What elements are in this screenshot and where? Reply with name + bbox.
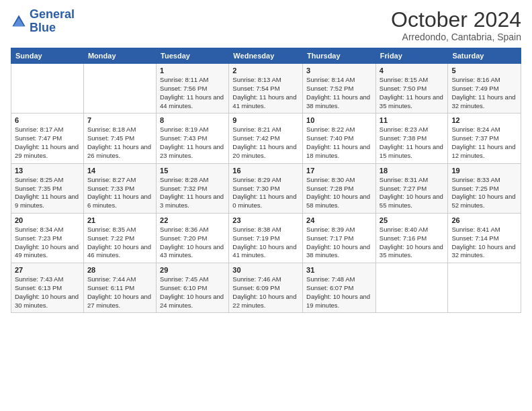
calendar-cell: 17Sunrise: 8:30 AMSunset: 7:28 PMDayligh… bbox=[303, 163, 376, 213]
col-header-tuesday: Tuesday bbox=[157, 48, 229, 64]
header-row: SundayMondayTuesdayWednesdayThursdayFrid… bbox=[11, 48, 521, 64]
calendar-cell: 29Sunrise: 7:45 AMSunset: 6:10 PMDayligh… bbox=[157, 263, 229, 313]
day-number: 28 bbox=[87, 266, 152, 274]
sunset-text: Sunset: 6:10 PM bbox=[160, 284, 207, 291]
sunrise-text: Sunrise: 8:27 AM bbox=[87, 176, 136, 183]
daylight-text: Daylight: 11 hours and 38 minutes. bbox=[306, 93, 370, 109]
day-info: Sunrise: 8:13 AMSunset: 7:54 PMDaylight:… bbox=[232, 76, 299, 110]
day-number: 16 bbox=[232, 167, 299, 175]
sunrise-text: Sunrise: 7:46 AM bbox=[232, 275, 281, 283]
sunset-text: Sunset: 7:35 PM bbox=[15, 185, 62, 192]
calendar-cell: 12Sunrise: 8:24 AMSunset: 7:37 PMDayligh… bbox=[448, 113, 521, 163]
day-info: Sunrise: 8:25 AMSunset: 7:35 PMDaylight:… bbox=[15, 176, 80, 210]
day-number: 1 bbox=[160, 66, 225, 75]
sunset-text: Sunset: 7:52 PM bbox=[306, 85, 353, 92]
calendar-cell: 25Sunrise: 8:40 AMSunset: 7:16 PMDayligh… bbox=[375, 213, 448, 263]
sunrise-text: Sunrise: 8:22 AM bbox=[306, 126, 355, 133]
day-info: Sunrise: 8:19 AMSunset: 7:43 PMDaylight:… bbox=[160, 126, 225, 160]
sunset-text: Sunset: 7:19 PM bbox=[232, 234, 279, 242]
sunset-text: Sunset: 7:42 PM bbox=[232, 134, 279, 142]
sunset-text: Sunset: 7:49 PM bbox=[451, 85, 498, 92]
daylight-text: Daylight: 11 hours and 0 minutes. bbox=[232, 193, 296, 209]
sunrise-text: Sunrise: 8:18 AM bbox=[87, 126, 136, 133]
sunrise-text: Sunrise: 8:29 AM bbox=[232, 176, 281, 183]
day-number: 20 bbox=[15, 216, 80, 224]
day-info: Sunrise: 8:11 AMSunset: 7:56 PMDaylight:… bbox=[160, 76, 225, 110]
calendar-cell: 31Sunrise: 7:48 AMSunset: 6:07 PMDayligh… bbox=[303, 263, 376, 313]
month-title: October 2024 bbox=[391, 8, 521, 32]
sunrise-text: Sunrise: 8:16 AM bbox=[451, 76, 500, 83]
daylight-text: Daylight: 10 hours and 32 minutes. bbox=[451, 243, 515, 259]
day-number: 14 bbox=[87, 167, 152, 175]
daylight-text: Daylight: 10 hours and 19 minutes. bbox=[306, 293, 370, 309]
day-number: 11 bbox=[380, 116, 445, 124]
sunset-text: Sunset: 7:20 PM bbox=[160, 234, 207, 242]
calendar-cell: 22Sunrise: 8:36 AMSunset: 7:20 PMDayligh… bbox=[157, 213, 229, 263]
sunset-text: Sunset: 7:54 PM bbox=[232, 85, 279, 92]
daylight-text: Daylight: 11 hours and 44 minutes. bbox=[160, 93, 224, 109]
calendar-cell: 2Sunrise: 8:13 AMSunset: 7:54 PMDaylight… bbox=[229, 64, 303, 113]
sunset-text: Sunset: 7:32 PM bbox=[160, 185, 207, 192]
daylight-text: Daylight: 11 hours and 26 minutes. bbox=[87, 143, 151, 159]
daylight-text: Daylight: 10 hours and 35 minutes. bbox=[380, 243, 443, 259]
day-number: 23 bbox=[232, 216, 299, 224]
sunset-text: Sunset: 6:11 PM bbox=[87, 284, 134, 291]
day-info: Sunrise: 8:35 AMSunset: 7:22 PMDaylight:… bbox=[87, 226, 152, 260]
daylight-text: Daylight: 11 hours and 12 minutes. bbox=[451, 143, 515, 159]
calendar-cell: 19Sunrise: 8:33 AMSunset: 7:25 PMDayligh… bbox=[448, 163, 521, 213]
sunrise-text: Sunrise: 8:17 AM bbox=[15, 126, 63, 133]
day-number: 2 bbox=[232, 66, 299, 75]
day-number: 25 bbox=[380, 216, 445, 224]
sunrise-text: Sunrise: 8:34 AM bbox=[15, 226, 63, 233]
col-header-wednesday: Wednesday bbox=[229, 48, 303, 64]
day-info: Sunrise: 8:33 AMSunset: 7:25 PMDaylight:… bbox=[451, 176, 517, 210]
col-header-sunday: Sunday bbox=[11, 48, 84, 64]
daylight-text: Daylight: 10 hours and 43 minutes. bbox=[160, 243, 224, 259]
day-info: Sunrise: 8:16 AMSunset: 7:49 PMDaylight:… bbox=[451, 76, 517, 110]
calendar-cell: 3Sunrise: 8:14 AMSunset: 7:52 PMDaylight… bbox=[303, 64, 376, 113]
calendar-cell: 21Sunrise: 8:35 AMSunset: 7:22 PMDayligh… bbox=[83, 213, 156, 263]
daylight-text: Daylight: 10 hours and 38 minutes. bbox=[306, 243, 370, 259]
sunrise-text: Sunrise: 8:28 AM bbox=[160, 176, 208, 183]
calendar-cell: 23Sunrise: 8:38 AMSunset: 7:19 PMDayligh… bbox=[229, 213, 303, 263]
location-subtitle: Arredondo, Cantabria, Spain bbox=[391, 32, 521, 42]
sunset-text: Sunset: 6:07 PM bbox=[306, 284, 353, 291]
sunset-text: Sunset: 7:56 PM bbox=[160, 85, 207, 92]
day-info: Sunrise: 8:17 AMSunset: 7:47 PMDaylight:… bbox=[15, 126, 80, 160]
calendar-cell bbox=[83, 64, 156, 113]
sunset-text: Sunset: 7:47 PM bbox=[15, 134, 62, 142]
sunset-text: Sunset: 7:43 PM bbox=[160, 134, 207, 142]
sunset-text: Sunset: 7:33 PM bbox=[87, 185, 134, 192]
sunrise-text: Sunrise: 8:19 AM bbox=[160, 126, 208, 133]
day-number: 22 bbox=[160, 216, 225, 224]
sunset-text: Sunset: 7:38 PM bbox=[380, 134, 427, 142]
sunset-text: Sunset: 7:45 PM bbox=[87, 134, 134, 142]
calendar-cell bbox=[375, 263, 448, 313]
sunset-text: Sunset: 7:27 PM bbox=[380, 185, 427, 192]
sunrise-text: Sunrise: 8:30 AM bbox=[306, 176, 355, 183]
daylight-text: Daylight: 10 hours and 49 minutes. bbox=[15, 243, 79, 259]
week-row-4: 20Sunrise: 8:34 AMSunset: 7:23 PMDayligh… bbox=[11, 213, 521, 263]
day-number: 10 bbox=[306, 116, 372, 124]
day-number: 26 bbox=[451, 216, 517, 224]
calendar-cell bbox=[11, 64, 84, 113]
day-number: 7 bbox=[87, 116, 152, 124]
calendar-cell: 8Sunrise: 8:19 AMSunset: 7:43 PMDaylight… bbox=[157, 113, 229, 163]
sunrise-text: Sunrise: 8:23 AM bbox=[380, 126, 428, 133]
sunset-text: Sunset: 7:40 PM bbox=[306, 134, 353, 142]
day-info: Sunrise: 8:18 AMSunset: 7:45 PMDaylight:… bbox=[87, 126, 152, 160]
daylight-text: Daylight: 10 hours and 24 minutes. bbox=[160, 293, 224, 309]
sunrise-text: Sunrise: 7:48 AM bbox=[306, 275, 355, 283]
daylight-text: Daylight: 11 hours and 20 minutes. bbox=[232, 143, 296, 159]
calendar-table: SundayMondayTuesdayWednesdayThursdayFrid… bbox=[11, 48, 521, 313]
sunrise-text: Sunrise: 8:15 AM bbox=[380, 76, 428, 83]
day-info: Sunrise: 8:36 AMSunset: 7:20 PMDaylight:… bbox=[160, 226, 225, 260]
sunrise-text: Sunrise: 8:33 AM bbox=[451, 176, 500, 183]
day-number: 17 bbox=[306, 167, 372, 175]
daylight-text: Daylight: 10 hours and 22 minutes. bbox=[232, 293, 296, 309]
week-row-1: 1Sunrise: 8:11 AMSunset: 7:56 PMDaylight… bbox=[11, 64, 521, 113]
day-info: Sunrise: 8:15 AMSunset: 7:50 PMDaylight:… bbox=[380, 76, 445, 110]
col-header-saturday: Saturday bbox=[448, 48, 521, 64]
logo-general: General bbox=[30, 7, 75, 21]
week-row-5: 27Sunrise: 7:43 AMSunset: 6:13 PMDayligh… bbox=[11, 263, 521, 313]
